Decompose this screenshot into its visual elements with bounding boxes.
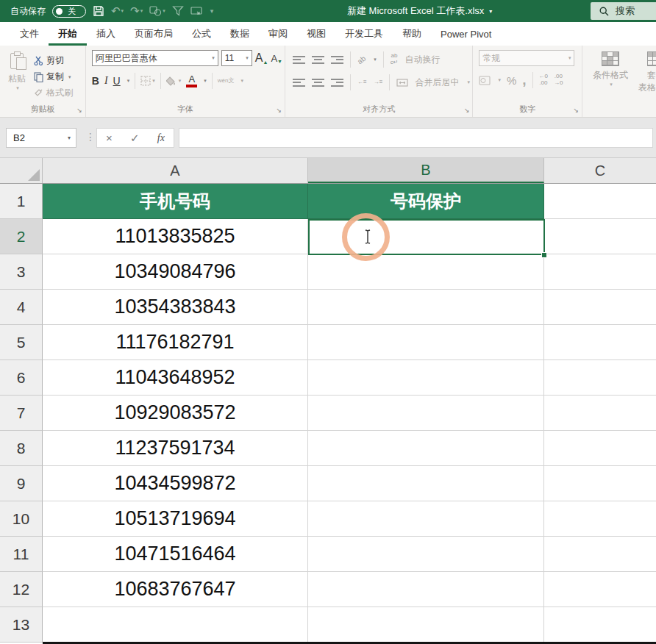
formula-bar-grip[interactable]: ⋮ <box>85 131 96 143</box>
italic-button[interactable]: I <box>104 75 108 87</box>
cut-button[interactable]: 剪切 <box>34 54 73 68</box>
font-size-select[interactable]: 11 ▾ <box>221 50 252 66</box>
row-header-13[interactable]: 13 <box>0 607 43 643</box>
tab-file[interactable]: 文件 <box>10 22 49 46</box>
cell-B2[interactable] <box>308 219 544 254</box>
row-header-6[interactable]: 6 <box>0 360 43 396</box>
cell-A5[interactable]: 11176182791 <box>43 325 308 360</box>
cell-B4[interactable] <box>308 290 544 325</box>
title-chevron-icon[interactable]: ▾ <box>489 8 492 15</box>
cell-B12[interactable] <box>308 572 544 607</box>
wrap-text-button[interactable]: 自动换行 <box>404 54 440 66</box>
align-center-button[interactable] <box>312 79 324 87</box>
increase-decimal-button[interactable]: ←0.00 <box>539 74 548 87</box>
cell-A10[interactable]: 10513719694 <box>43 501 308 537</box>
cell-C1[interactable] <box>544 184 656 219</box>
row-header-7[interactable]: 7 <box>0 396 43 431</box>
cell-A4[interactable]: 10354383843 <box>43 290 308 325</box>
tab-开发工具[interactable]: 开发工具 <box>335 22 393 46</box>
cell-C3[interactable] <box>544 254 656 290</box>
merge-center-button[interactable]: 合并后居中 <box>415 76 459 89</box>
fill-color-button[interactable]: ▾ <box>166 76 182 86</box>
cell-B5[interactable] <box>308 325 544 360</box>
bold-button[interactable]: B <box>92 75 99 87</box>
align-left-button[interactable] <box>293 79 305 87</box>
column-header-C[interactable]: C <box>544 158 656 183</box>
shapes-icon[interactable]: ▾ <box>149 6 165 16</box>
cell-C8[interactable] <box>544 431 656 466</box>
cell-C5[interactable] <box>544 325 656 360</box>
qat-customize-chevron-icon[interactable]: ▾ <box>210 7 214 15</box>
row-header-4[interactable]: 4 <box>0 290 43 325</box>
alignment-dialog-launcher[interactable]: ↘ <box>464 107 470 114</box>
row-header-11[interactable]: 11 <box>0 537 43 572</box>
tab-页面布局[interactable]: 页面布局 <box>125 22 182 46</box>
cell-A13[interactable] <box>43 607 308 643</box>
orientation-button[interactable]: ab <box>356 54 368 65</box>
fill-handle[interactable] <box>541 252 547 258</box>
font-color-chevron-icon[interactable]: ▾ <box>204 78 207 84</box>
decrease-decimal-button[interactable]: .00→0 <box>554 74 563 87</box>
cell-A11[interactable]: 10471516464 <box>43 537 308 572</box>
cell-A6[interactable]: 11043648952 <box>43 360 308 396</box>
tab-插入[interactable]: 插入 <box>87 22 125 46</box>
row-header-8[interactable]: 8 <box>0 431 43 466</box>
formula-input[interactable] <box>179 128 653 148</box>
font-color-button[interactable]: A <box>186 74 197 87</box>
conditional-formatting-button[interactable]: 条件格式 ▾ <box>593 50 628 117</box>
shrink-font-button[interactable]: A▼ <box>271 53 282 64</box>
percent-button[interactable]: % <box>507 74 516 87</box>
tab-数据[interactable]: 数据 <box>221 22 259 46</box>
cell-A7[interactable]: 10929083572 <box>43 396 308 431</box>
borders-button[interactable]: ▾ <box>140 76 155 86</box>
paste-chevron-icon[interactable]: ▾ <box>16 85 19 91</box>
cell-B1[interactable]: 号码保护 <box>308 184 544 219</box>
cell-C10[interactable] <box>544 501 656 537</box>
undo-icon[interactable]: ↶▾ <box>111 4 124 18</box>
grow-font-button[interactable]: A▲ <box>255 51 268 65</box>
column-header-B[interactable]: B <box>308 158 544 183</box>
select-all-button[interactable] <box>0 158 43 183</box>
cell-C9[interactable] <box>544 466 656 501</box>
font-name-select[interactable]: 阿里巴巴普惠体 ▾ <box>92 50 218 66</box>
borders-chevron-icon[interactable]: ▾ <box>152 78 155 84</box>
copy-chevron-icon[interactable]: ▾ <box>68 74 71 80</box>
align-top-button[interactable] <box>293 56 305 64</box>
cell-C11[interactable] <box>544 537 656 572</box>
cell-C4[interactable] <box>544 290 656 325</box>
cell-B13[interactable] <box>308 607 544 643</box>
cell-A3[interactable]: 10349084796 <box>43 254 308 290</box>
cell-B9[interactable] <box>308 466 544 501</box>
tab-审阅[interactable]: 审阅 <box>259 22 297 46</box>
align-right-button[interactable] <box>331 79 343 87</box>
row-header-3[interactable]: 3 <box>0 254 43 290</box>
number-format-select[interactable]: 常规 ▾ <box>479 50 574 66</box>
cell-B8[interactable] <box>308 431 544 466</box>
tab-视图[interactable]: 视图 <box>297 22 335 46</box>
filter-icon[interactable] <box>172 6 184 16</box>
comma-button[interactable]: , <box>522 72 526 88</box>
save-icon[interactable] <box>93 5 104 17</box>
accounting-chevron-icon[interactable]: ▾ <box>498 77 501 83</box>
font-dialog-launcher[interactable]: ↘ <box>276 107 282 114</box>
column-header-A[interactable]: A <box>43 158 308 183</box>
underline-button[interactable]: U <box>113 75 121 87</box>
undo-chevron-icon[interactable]: ▾ <box>121 8 124 14</box>
align-middle-button[interactable] <box>312 56 324 64</box>
row-header-10[interactable]: 10 <box>0 501 43 537</box>
merge-center-chevron-icon[interactable]: ▾ <box>467 79 470 85</box>
increase-indent-button[interactable]: →≡ <box>374 79 383 86</box>
cell-B10[interactable] <box>308 501 544 537</box>
insert-function-button[interactable]: fx <box>157 132 165 144</box>
redo-icon[interactable]: ↷▾ <box>130 4 143 18</box>
cell-A8[interactable]: 11237591734 <box>43 431 308 466</box>
cell-A1[interactable]: 手机号码 <box>43 184 308 219</box>
phonetic-chevron-icon[interactable]: ▾ <box>240 78 243 84</box>
cancel-button[interactable]: × <box>106 132 113 144</box>
tab-Power Pivot[interactable]: Power Pivot <box>431 22 501 46</box>
cell-C2[interactable] <box>544 219 656 254</box>
cell-B6[interactable] <box>308 360 544 396</box>
underline-chevron-icon[interactable]: ▾ <box>127 78 130 84</box>
screen-clip-icon[interactable] <box>190 7 203 16</box>
cell-C12[interactable] <box>544 572 656 607</box>
